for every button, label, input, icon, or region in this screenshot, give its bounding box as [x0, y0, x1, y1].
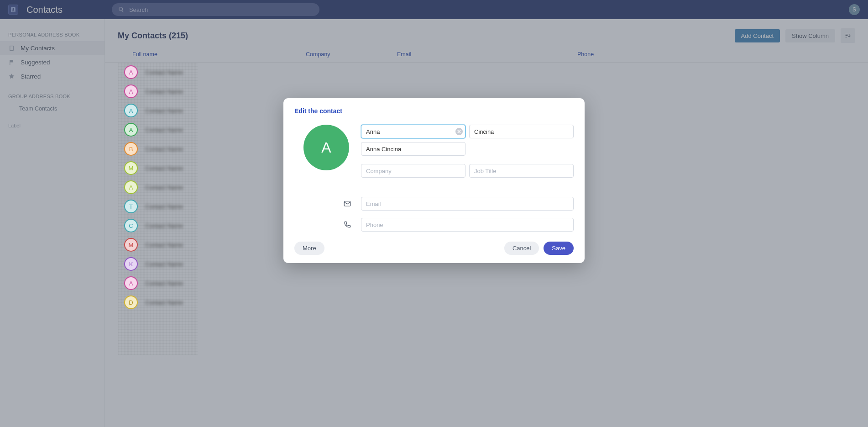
table-row[interactable]: BContact Name	[118, 139, 855, 158]
table-row[interactable]: AContact Name	[118, 178, 855, 197]
table-row[interactable]: KContact Name	[118, 254, 855, 274]
table-row[interactable]: AContact Name	[118, 82, 855, 101]
table-row[interactable]: MContact Name	[118, 158, 855, 178]
table-row[interactable]: AContact Name	[118, 101, 855, 120]
table-row[interactable]: TContact Name	[118, 197, 855, 216]
table-row[interactable]: AContact Name	[118, 274, 855, 293]
table-row[interactable]: CContact Name	[118, 216, 855, 235]
table-row[interactable]: DContact Name	[118, 293, 855, 312]
table-row[interactable]: AContact Name	[118, 63, 855, 82]
table-row[interactable]: AContact Name	[118, 120, 855, 139]
table-row[interactable]: MContact Name	[118, 235, 855, 254]
